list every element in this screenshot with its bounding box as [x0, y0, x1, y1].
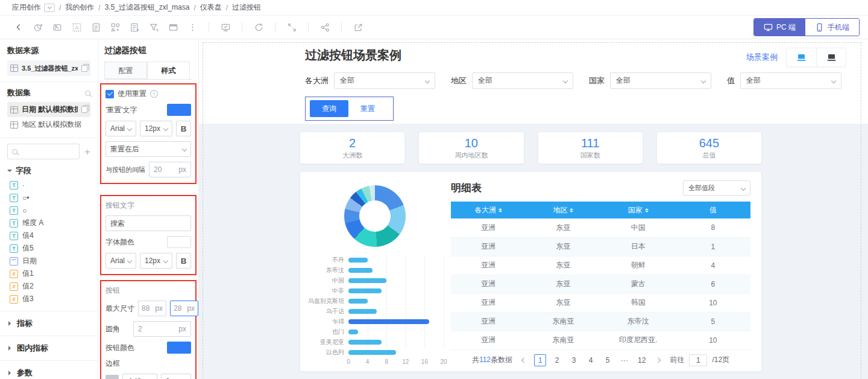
max-height-value-input[interactable]: [174, 304, 184, 313]
field-item[interactable]: T值4: [7, 229, 90, 242]
field-item[interactable]: T○: [7, 204, 90, 217]
add-image-button[interactable]: [49, 19, 65, 35]
field-item[interactable]: 日期: [7, 255, 90, 267]
add-chart-button[interactable]: [30, 19, 46, 35]
add-document-button[interactable]: [88, 19, 104, 35]
border-color-swatch[interactable]: [105, 375, 119, 379]
stat-card[interactable]: 645总值: [657, 132, 761, 164]
field-item[interactable]: T值5: [7, 242, 90, 255]
refresh-button[interactable]: [251, 19, 266, 35]
laptop-dark-button[interactable]: [816, 48, 846, 66]
filter-select[interactable]: 全部: [334, 72, 435, 89]
reset-link[interactable]: 重置: [360, 104, 375, 114]
page-button-5[interactable]: 5: [602, 354, 614, 366]
field-item[interactable]: #值2: [7, 280, 90, 293]
back-button[interactable]: [11, 19, 27, 35]
filter-select[interactable]: 全部: [472, 72, 573, 89]
field-item[interactable]: #值1: [7, 267, 90, 280]
radius-input[interactable]: px: [133, 321, 191, 337]
page-button-1[interactable]: 1: [534, 354, 546, 366]
field-item[interactable]: #值3: [7, 293, 90, 305]
filter-button-widget-selected[interactable]: 查询 重置: [305, 97, 394, 121]
range-select[interactable]: 全部值段: [683, 180, 750, 196]
datasource-item[interactable]: 3.5_过滤器按钮_zxl_masa: [7, 60, 90, 76]
stat-card[interactable]: 2大洲数: [300, 132, 404, 164]
stat-card[interactable]: 111国家数: [538, 132, 643, 164]
breadcrumb-item[interactable]: 3.5_过滤器按钮_zxl_masa: [105, 2, 190, 13]
filter-select[interactable]: 全部: [740, 72, 841, 89]
border-style-select[interactable]: 实线: [122, 374, 157, 379]
border-width-select[interactable]: 0px: [161, 374, 191, 379]
add-filter-button[interactable]: [146, 19, 162, 35]
column-header-地区[interactable]: 地区: [526, 202, 600, 218]
add-widget-button[interactable]: [107, 19, 123, 35]
breadcrumb-item[interactable]: 应用创作: [12, 2, 41, 13]
font-family-select[interactable]: Arial: [105, 121, 136, 136]
max-width-value-input[interactable]: [142, 304, 153, 313]
field-item[interactable]: T○•: [7, 191, 90, 204]
canvas-header-widget[interactable]: 过滤按钮场景案例 场景案例 各大洲全部地区全部国家全部值全部: [199, 39, 868, 124]
font-size-select[interactable]: 12px: [140, 253, 172, 269]
column-header-国家[interactable]: 国家: [601, 202, 676, 218]
preview-button[interactable]: [218, 19, 233, 35]
breadcrumb-item[interactable]: 过滤按钮: [232, 2, 261, 13]
add-text-button[interactable]: A: [69, 19, 84, 35]
font-color-swatch[interactable]: [167, 236, 191, 248]
dataset-item[interactable]: 地区 默认模拟数据: [7, 117, 90, 132]
section-toggle-图内指标[interactable]: 图内指标: [7, 342, 90, 355]
copy-icon[interactable]: [81, 65, 87, 72]
export-button[interactable]: [350, 19, 366, 35]
reset-color-swatch[interactable]: [167, 104, 191, 116]
button-color-swatch[interactable]: [167, 342, 191, 354]
field-item[interactable]: T·: [7, 179, 90, 191]
fields-section-toggle[interactable]: 字段: [7, 165, 90, 176]
goto-page-input[interactable]: [689, 354, 707, 366]
stat-card[interactable]: 10周内地区数: [419, 132, 523, 164]
bold-button[interactable]: B: [176, 121, 191, 136]
tab-config[interactable]: 配置: [104, 62, 147, 79]
dataset-item[interactable]: 日期 默认模拟数据: [7, 102, 90, 117]
breadcrumb-dropdown[interactable]: [44, 4, 55, 12]
mobile-view-button[interactable]: 手机端: [805, 19, 859, 36]
section-toggle-指标[interactable]: 指标: [7, 317, 90, 330]
copy-icon[interactable]: [81, 106, 87, 113]
column-header-各大洲[interactable]: 各大洲: [451, 202, 526, 218]
page-button-2[interactable]: 2: [551, 354, 563, 366]
field-item[interactable]: T维度 A: [7, 217, 90, 229]
radius-value-input[interactable]: [138, 325, 176, 333]
gap-value-input[interactable]: [154, 165, 176, 174]
max-height-input[interactable]: px: [170, 301, 198, 316]
filter-select[interactable]: 全部: [610, 72, 711, 89]
button-text-input[interactable]: [105, 215, 191, 231]
query-button[interactable]: 查询: [310, 100, 348, 117]
add-field-button[interactable]: +: [84, 147, 90, 157]
tab-style[interactable]: 样式: [147, 62, 190, 79]
use-reset-checkbox[interactable]: [105, 90, 114, 98]
add-tab-button[interactable]: [165, 19, 181, 35]
breadcrumb-item[interactable]: 我的创作: [65, 2, 94, 13]
section-toggle-参数[interactable]: 参数: [7, 366, 90, 379]
max-width-input[interactable]: px: [138, 301, 166, 316]
gap-input[interactable]: px: [149, 162, 191, 177]
font-family-select[interactable]: Arial: [105, 253, 136, 269]
button-text-value-input[interactable]: [110, 219, 186, 228]
next-page-button[interactable]: [653, 354, 665, 366]
breadcrumb-item[interactable]: 仪表盘: [200, 2, 222, 13]
search-icon[interactable]: [85, 91, 90, 96]
field-search-input[interactable]: [7, 144, 80, 159]
fullscreen-button[interactable]: [284, 19, 300, 35]
prev-page-button[interactable]: [517, 354, 529, 366]
pc-view-button[interactable]: PC 端: [754, 19, 805, 36]
scene-link[interactable]: 场景案例: [746, 52, 778, 63]
detail-card-widget[interactable]: 不丹东帝汶中国中非乌兹别克斯坦乌干达乍得也门亚美尼亚以色列 048121620 …: [300, 172, 761, 371]
page-button-3[interactable]: 3: [568, 354, 580, 366]
bold-button[interactable]: B: [176, 253, 191, 269]
share-button[interactable]: [317, 19, 333, 35]
font-size-select[interactable]: 12px: [140, 121, 172, 136]
more-button[interactable]: [184, 19, 200, 35]
laptop-blue-button[interactable]: [787, 48, 816, 66]
info-icon[interactable]: [150, 90, 158, 98]
page-button-4[interactable]: 4: [585, 354, 597, 366]
add-form-button[interactable]: [127, 19, 142, 35]
reset-position-select[interactable]: 重置在后: [105, 141, 191, 157]
